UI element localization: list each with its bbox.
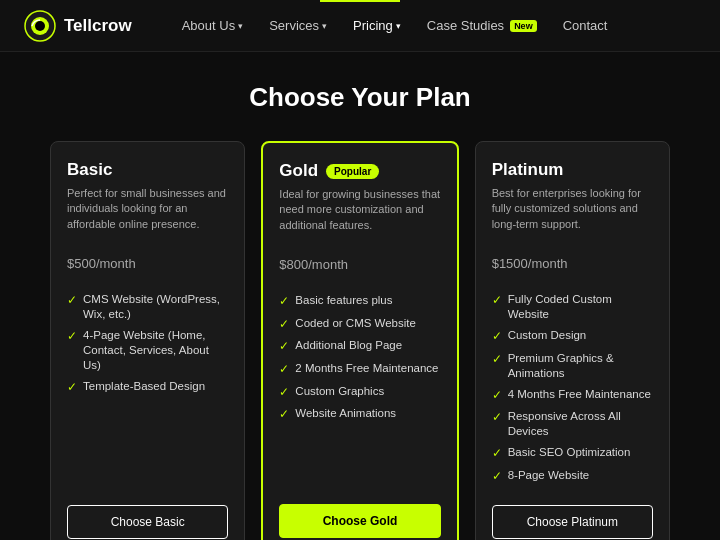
card-basic-features: ✓CMS Website (WordPress, Wix, etc.) ✓4-P… [67, 289, 228, 487]
popular-badge: Popular [326, 164, 379, 179]
choose-platinum-button[interactable]: Choose Platinum [492, 505, 653, 539]
list-item: ✓Template-Based Design [67, 376, 228, 399]
check-icon: ✓ [67, 380, 77, 396]
check-icon: ✓ [492, 329, 502, 345]
list-item: ✓Premium Graphics & Animations [492, 348, 653, 384]
check-icon: ✓ [279, 294, 289, 310]
list-item: ✓Coded or CMS Website [279, 313, 440, 336]
choose-basic-button[interactable]: Choose Basic [67, 505, 228, 539]
nav-item-about[interactable]: About Us ▾ [172, 12, 253, 39]
logo[interactable]: Tellcrow [24, 10, 132, 42]
chevron-down-icon: ▾ [396, 21, 401, 31]
nav-item-pricing[interactable]: Pricing ▾ [343, 12, 411, 39]
card-gold: Gold Popular Ideal for growing businesse… [261, 141, 458, 540]
list-item: ✓4-Page Website (Home, Contact, Services… [67, 325, 228, 376]
list-item: ✓Basic SEO Optimization [492, 442, 653, 465]
check-icon: ✓ [279, 339, 289, 355]
card-basic-desc: Perfect for small businesses and individ… [67, 186, 228, 232]
chevron-down-icon: ▾ [322, 21, 327, 31]
list-item: ✓2 Months Free Maintenance [279, 358, 440, 381]
check-icon: ✓ [492, 352, 502, 368]
card-gold-header: Gold Popular [279, 161, 440, 181]
check-icon: ✓ [67, 293, 77, 309]
card-gold-desc: Ideal for growing businesses that need m… [279, 187, 440, 233]
card-gold-title: Gold [279, 161, 318, 181]
card-platinum-price: $1500/month [492, 244, 653, 275]
list-item: ✓Responsive Across All Devices [492, 406, 653, 442]
chevron-down-icon: ▾ [238, 21, 243, 31]
card-basic: Basic Perfect for small businesses and i… [50, 141, 245, 540]
nav-links: About Us ▾ Services ▾ Pricing ▾ Case Stu… [172, 12, 696, 39]
list-item: ✓Custom Graphics [279, 381, 440, 404]
list-item: ✓8-Page Website [492, 465, 653, 488]
card-platinum-features: ✓Fully Coded Custom Website ✓Custom Desi… [492, 289, 653, 487]
list-item: ✓Website Animations [279, 403, 440, 426]
nav-item-contact[interactable]: Contact [553, 12, 618, 39]
svg-point-2 [35, 21, 45, 31]
nav-top-bar [320, 0, 400, 2]
card-basic-title: Basic [67, 160, 112, 180]
page-title: Choose Your Plan [50, 82, 670, 113]
nav-item-services[interactable]: Services ▾ [259, 12, 337, 39]
check-icon: ✓ [279, 407, 289, 423]
list-item: ✓CMS Website (WordPress, Wix, etc.) [67, 289, 228, 325]
check-icon: ✓ [492, 293, 502, 309]
check-icon: ✓ [67, 329, 77, 345]
card-basic-header: Basic [67, 160, 228, 180]
pricing-cards: Basic Perfect for small businesses and i… [50, 141, 670, 540]
logo-text: Tellcrow [64, 16, 132, 36]
list-item: ✓Basic features plus [279, 290, 440, 313]
choose-gold-button[interactable]: Choose Gold [279, 504, 440, 538]
check-icon: ✓ [492, 469, 502, 485]
list-item: ✓Custom Design [492, 325, 653, 348]
card-platinum-title: Platinum [492, 160, 564, 180]
new-badge: New [510, 20, 537, 32]
card-basic-price: $500/month [67, 244, 228, 275]
card-gold-features: ✓Basic features plus ✓Coded or CMS Websi… [279, 290, 440, 486]
check-icon: ✓ [492, 410, 502, 426]
check-icon: ✓ [279, 317, 289, 333]
list-item: ✓4 Months Free Maintenance [492, 384, 653, 407]
card-gold-price: $800/month [279, 245, 440, 276]
card-platinum: Platinum Best for enterprises looking fo… [475, 141, 670, 540]
list-item: ✓Fully Coded Custom Website [492, 289, 653, 325]
card-platinum-desc: Best for enterprises looking for fully c… [492, 186, 653, 232]
main-content: Choose Your Plan Basic Perfect for small… [0, 52, 720, 540]
navbar: Tellcrow About Us ▾ Services ▾ Pricing ▾… [0, 0, 720, 52]
card-platinum-header: Platinum [492, 160, 653, 180]
list-item: ✓Additional Blog Page [279, 335, 440, 358]
nav-item-case-studies[interactable]: Case Studies New [417, 12, 547, 39]
check-icon: ✓ [492, 446, 502, 462]
check-icon: ✓ [279, 385, 289, 401]
check-icon: ✓ [492, 388, 502, 404]
check-icon: ✓ [279, 362, 289, 378]
